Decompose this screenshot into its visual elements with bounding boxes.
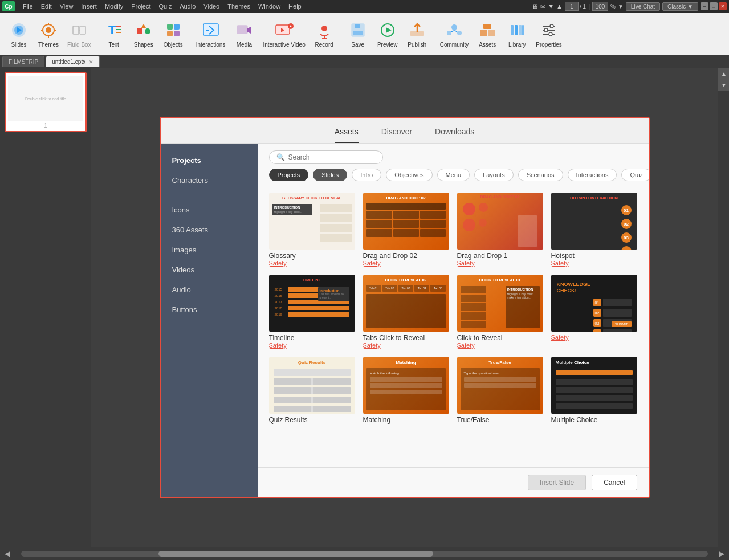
menu-window[interactable]: Window — [255, 2, 284, 11]
knowledge-sublabel[interactable]: Safety — [551, 334, 637, 341]
filter-menu[interactable]: Menu — [437, 169, 470, 181]
grid-item-ctr[interactable]: INTRODUCTION Highlight a key point, make… — [457, 275, 543, 349]
grid-item-knowledge[interactable]: KNOWLEDGECHECK! 01 02 03 04 SUBMIT — [551, 275, 637, 349]
nav-360assets[interactable]: 360 Assets — [161, 220, 258, 240]
tab-filmstrip[interactable]: FILMSTRIP — [2, 56, 44, 67]
scroll-up-arrow[interactable]: ▲ — [718, 68, 729, 79]
grid-item-glossary[interactable]: INTRODUCTION Highlight a key point... — [269, 193, 355, 267]
nav-characters[interactable]: Characters — [161, 170, 258, 190]
filter-quiz[interactable]: Quiz — [621, 169, 648, 181]
menu-quiz[interactable]: Quiz — [156, 2, 176, 11]
menu-file[interactable]: File — [19, 2, 36, 11]
toolbar-preview[interactable]: Preview — [373, 15, 402, 52]
toolbar-properties[interactable]: Properties — [532, 15, 565, 52]
filter-projects[interactable]: Projects — [269, 169, 309, 181]
toolbar-slides[interactable]: Slides — [5, 15, 33, 52]
modal-body: Projects Characters Icons 360 Assets Ima… — [161, 144, 649, 497]
filter-objectives[interactable]: Objectives — [386, 169, 432, 181]
filter-interactions[interactable]: Interactions — [568, 169, 617, 181]
grid-item-dnd01[interactable]: Drag and Drop 1 Safety — [457, 193, 543, 267]
filter-layouts[interactable]: Layouts — [474, 169, 514, 181]
classic-button[interactable]: Classic ▼ — [662, 2, 698, 11]
toolbar-interactive-video[interactable]: Interactive Video — [259, 15, 308, 52]
ctr-sublabel[interactable]: Safety — [457, 342, 543, 349]
menu-video[interactable]: Video — [200, 2, 223, 11]
insert-slide-button[interactable]: Insert Slide — [528, 475, 586, 490]
nav-icons[interactable]: Icons — [161, 200, 258, 220]
thumb-ctr: INTRODUCTION Highlight a key point, make… — [457, 275, 543, 332]
dnd01-sublabel[interactable]: Safety — [457, 260, 543, 267]
toolbar-assets[interactable]: Assets — [473, 15, 502, 52]
toolbar-save[interactable]: Save — [344, 15, 372, 52]
cancel-button[interactable]: Cancel — [592, 475, 637, 490]
menu-themes[interactable]: Themes — [224, 2, 254, 11]
maximize-button[interactable]: □ — [710, 2, 718, 10]
thumb-tf: Type the question here — [457, 357, 543, 414]
toolbar-publish[interactable]: Publish — [403, 15, 431, 52]
search-icon: 🔍 — [276, 153, 285, 161]
menu-view[interactable]: View — [56, 2, 77, 11]
grid-item-timeline[interactable]: 2015 2016 2017 2018 2019 Introduction — [269, 275, 355, 349]
dnd02-sublabel[interactable]: Safety — [363, 260, 449, 267]
toolbar-objects[interactable]: Objects — [159, 15, 188, 52]
svg-rect-14 — [174, 24, 180, 30]
filter-scenarios[interactable]: Scenarios — [518, 169, 563, 181]
grid-item-quiz[interactable]: Quiz Results — [269, 357, 355, 424]
menu-insert[interactable]: Insert — [78, 2, 100, 11]
toolbar-media[interactable]: Media — [230, 15, 258, 52]
svg-rect-13 — [167, 24, 173, 30]
toolbar-interactions[interactable]: Interactions — [193, 15, 229, 52]
grid-item-tf[interactable]: Type the question here True/False — [457, 357, 543, 424]
nav-buttons[interactable]: Buttons — [161, 300, 258, 320]
dnd01-label: Drag and Drop 1 — [457, 252, 543, 260]
menu-modify[interactable]: Modify — [101, 2, 127, 11]
toolbar-fluidbox[interactable]: Fluid Box — [64, 15, 95, 52]
modal-tab-downloads[interactable]: Downloads — [435, 127, 474, 143]
horizontal-scrollbar[interactable] — [21, 551, 708, 557]
minimize-button[interactable]: – — [701, 2, 708, 10]
glossary-sublabel[interactable]: Safety — [269, 260, 355, 267]
nav-videos[interactable]: Videos — [161, 260, 258, 280]
modal-tab-discover[interactable]: Discover — [381, 127, 412, 143]
grid-item-hotspot[interactable]: HOTSPOT INTERACTION 01 02 03 04 H — [551, 193, 637, 267]
interactive-video-icon — [275, 20, 294, 40]
svg-rect-9 — [116, 29, 121, 30]
live-chat-button[interactable]: Live Chat — [626, 2, 660, 11]
menu-help[interactable]: Help — [285, 2, 305, 11]
tab-close-icon[interactable]: ✕ — [89, 59, 93, 65]
toolbar-shapes[interactable]: Shapes — [129, 15, 158, 52]
nav-images[interactable]: Images — [161, 240, 258, 260]
zoom-input[interactable] — [592, 2, 608, 11]
scroll-left-arrow[interactable]: ◀ — [5, 550, 10, 558]
scroll-right-arrow[interactable]: ▶ — [719, 550, 724, 558]
grid-item-matching[interactable]: Match the following: — [363, 357, 449, 424]
nav-projects[interactable]: Projects — [161, 150, 258, 170]
toolbar-record[interactable]: Record — [310, 15, 339, 52]
filmstrip-slide-1[interactable]: Double click to add title 1 — [5, 72, 87, 132]
close-button[interactable]: ✕ — [719, 2, 727, 10]
timeline-sublabel[interactable]: Safety — [269, 342, 355, 349]
filmstrip: Double click to add title 1 — [0, 68, 91, 547]
toolbar-library[interactable]: Library — [503, 15, 531, 52]
nav-audio[interactable]: Audio — [161, 280, 258, 300]
hotspot-sublabel[interactable]: Safety — [551, 260, 637, 267]
menu-audio[interactable]: Audio — [176, 2, 199, 11]
scroll-down-arrow[interactable]: ▼ — [718, 79, 729, 91]
search-input[interactable] — [288, 153, 368, 161]
tab-file[interactable]: untitled1.cptx ✕ — [46, 56, 100, 67]
grid-item-tabs[interactable]: Tab 01 Tab 02 Tab 03 Tab 04 Tab 05 — [363, 275, 449, 349]
menu-project[interactable]: Project — [128, 2, 154, 11]
toolbar-themes[interactable]: Themes — [34, 15, 63, 52]
menu-edit[interactable]: Edit — [38, 2, 55, 11]
grid-item-dnd02[interactable]: Drag and Drop 02 Safety — [363, 193, 449, 267]
grid-item-mc[interactable]: Multiple Choice — [551, 357, 637, 424]
media-label: Media — [237, 42, 252, 48]
page-current-input[interactable] — [565, 2, 579, 11]
modal-tab-assets[interactable]: Assets — [335, 127, 359, 143]
tabs-sublabel[interactable]: Safety — [363, 342, 449, 349]
scrollbar-thumb — [158, 551, 433, 557]
filter-slides[interactable]: Slides — [313, 169, 347, 181]
filter-intro[interactable]: Intro — [352, 169, 381, 181]
toolbar-community[interactable]: Community — [437, 15, 473, 52]
toolbar-text[interactable]: T Text — [100, 15, 128, 52]
